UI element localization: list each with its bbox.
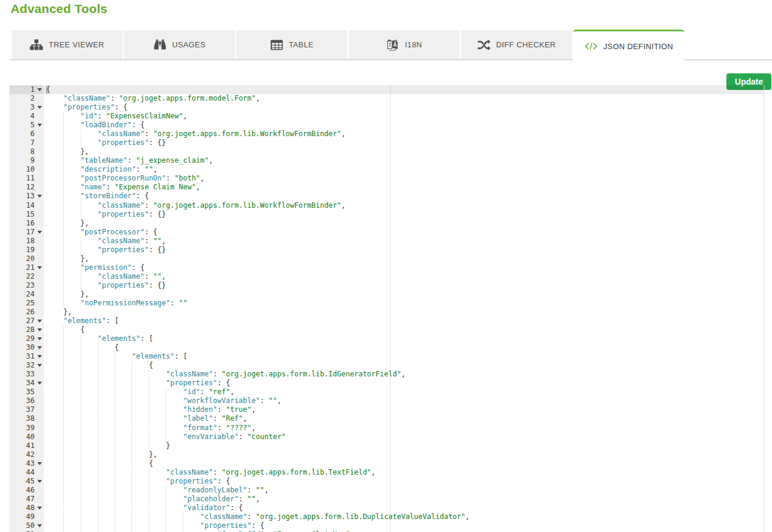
indent-guide-line: [115, 396, 115, 405]
fold-toggle-icon[interactable]: [37, 382, 42, 385]
fold-toggle-icon[interactable]: [37, 507, 42, 510]
indent-guide-line: [149, 477, 149, 486]
code-line: "className": "org.joget.apps.form.lib.Te…: [44, 468, 772, 477]
line-number: 15: [26, 210, 34, 218]
indent-guide-line: [81, 521, 81, 530]
indent-guide-line: [63, 504, 64, 512]
code-line: {: [44, 85, 772, 94]
shuffle-icon: [477, 39, 491, 51]
indent-guide-line: [63, 112, 64, 121]
indent-guide-line: [98, 495, 98, 504]
indent-guide-line: [166, 396, 166, 405]
gutter-row: 4: [9, 112, 44, 121]
indent-guide-line: [63, 121, 64, 130]
fold-toggle-icon[interactable]: [37, 355, 42, 358]
tab-table[interactable]: TABLE: [236, 30, 347, 59]
code-line: "elements": [: [44, 334, 772, 343]
indent-guide-line: [81, 343, 81, 352]
line-number: 20: [26, 254, 34, 263]
fold-toggle-icon[interactable]: [37, 480, 42, 483]
code-line: "id": "ExpensesClaimNew",: [44, 112, 772, 121]
gutter-row: 41: [9, 441, 44, 450]
code-line: "label": "Ref",: [44, 414, 772, 423]
tab-usages[interactable]: USAGES: [124, 30, 234, 59]
indent-guide-line: [149, 388, 149, 396]
line-number: 19: [26, 246, 34, 254]
indent-guide-line: [63, 433, 64, 441]
indent-guide-line: [63, 450, 64, 459]
gutter-row: 5: [9, 121, 44, 130]
gutter-row: 15: [9, 210, 44, 219]
tab-json-definition[interactable]: JSON DEFINITION: [573, 30, 684, 61]
indent-guide-line: [98, 405, 98, 414]
json-editor[interactable]: 1234567891011121314151617181920212223242…: [0, 85, 772, 532]
tab-label: DIFF CHECKER: [496, 40, 556, 49]
indent-guide-line: [131, 405, 132, 414]
indent-guide-line: [63, 192, 64, 201]
indent-guide-line: [131, 388, 132, 396]
code-icon: [584, 40, 598, 52]
fold-toggle-icon[interactable]: [37, 320, 42, 323]
code-line: "tableName": "j_expense_claim",: [44, 156, 772, 165]
line-number: 30: [26, 343, 34, 352]
gutter-row: 25: [9, 299, 44, 308]
code-line: },: [44, 147, 772, 156]
gutter-row: 22: [9, 272, 44, 281]
indent-guide-line: [81, 396, 81, 405]
tab-tree-viewer[interactable]: TREE VIEWER: [12, 30, 123, 59]
gutter-row: 44: [9, 468, 44, 477]
tab-i18n[interactable]: I18N: [349, 30, 459, 59]
fold-toggle-icon[interactable]: [37, 106, 42, 109]
indent-guide-line: [81, 334, 81, 343]
fold-toggle-icon[interactable]: [37, 462, 42, 465]
fold-toggle-icon[interactable]: [37, 88, 42, 91]
indent-guide-line: [81, 433, 81, 441]
sitemap-icon: [30, 39, 43, 51]
line-number: 12: [26, 183, 34, 191]
gutter-row: 6: [9, 130, 44, 138]
indent-guide-line: [149, 495, 149, 504]
indent-guide-line: [115, 370, 115, 379]
gutter-row: 7: [9, 138, 44, 147]
fold-toggle-icon[interactable]: [37, 337, 42, 340]
line-number: 23: [26, 281, 34, 289]
fold-toggle-icon[interactable]: [37, 195, 42, 198]
gutter-row: 13: [9, 192, 44, 201]
fold-toggle-icon[interactable]: [37, 364, 42, 367]
code-line: "elements": [: [44, 317, 772, 325]
fold-toggle-icon[interactable]: [37, 266, 42, 269]
indent-guide-line: [131, 468, 132, 477]
indent-guide-line: [115, 521, 115, 530]
code-line: "properties": {}: [44, 138, 772, 147]
tab-diff-checker[interactable]: DIFF CHECKER: [461, 30, 572, 59]
fold-toggle-icon[interactable]: [37, 231, 42, 234]
code-line: "className": "org.joget.apps.form.lib.Wo…: [44, 130, 772, 138]
code-line: "properties": {: [44, 379, 772, 388]
editor-cursor: [46, 86, 47, 93]
indent-guide-line: [63, 361, 64, 370]
fold-toggle-icon[interactable]: [37, 124, 42, 127]
indent-guide-line: [63, 147, 64, 156]
code-line: {: [44, 343, 772, 352]
indent-guide-line: [63, 343, 64, 352]
indent-guide-line: [63, 441, 64, 450]
line-number: 3: [30, 103, 34, 111]
fold-toggle-icon[interactable]: [37, 524, 42, 527]
indent-guide-line: [98, 504, 98, 512]
indent-guide-line: [63, 254, 64, 263]
indent-guide-line: [63, 228, 64, 237]
indent-guide-line: [98, 477, 98, 486]
code-line: "name": "Expense Claim New",: [44, 183, 772, 192]
indent-guide-line: [81, 495, 81, 504]
code-line: "properties": {}: [44, 210, 772, 219]
editor-code-area[interactable]: { "className": "org.joget.apps.form.mode…: [44, 85, 772, 532]
tab-label: JSON DEFINITION: [603, 42, 673, 51]
gutter-row: 31: [9, 352, 44, 361]
line-number: 44: [26, 468, 34, 476]
indent-guide-line: [166, 521, 166, 530]
fold-toggle-icon[interactable]: [37, 328, 42, 331]
gutter-row: 19: [9, 246, 44, 254]
code-line: "properties": {: [44, 103, 772, 112]
fold-toggle-icon[interactable]: [37, 346, 42, 349]
line-number: 16: [26, 219, 34, 227]
